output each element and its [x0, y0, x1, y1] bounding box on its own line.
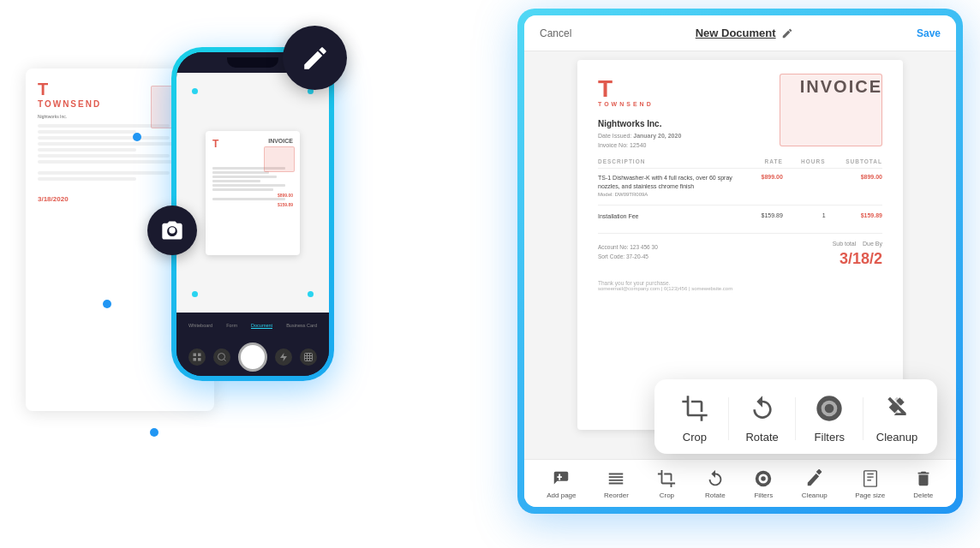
- cleanup-icon: [883, 395, 911, 422]
- popup-rotate[interactable]: Rotate: [732, 393, 792, 444]
- svg-rect-15: [863, 470, 876, 485]
- invoice-table-header: DESCRIPTION RATE HOURS SUBTOTAL: [598, 158, 882, 169]
- popup-menu: Crop Rotate Filters Cleanup: [654, 379, 937, 454]
- tab-business-card[interactable]: Business Card: [286, 323, 317, 328]
- tablet-toolbar: Add page Reorder Crop: [524, 459, 956, 507]
- camera-icon: [160, 218, 184, 242]
- phone-bottom-bar: [176, 338, 329, 376]
- filters-label: Filters: [815, 431, 845, 444]
- decoration-dot-1: [133, 133, 141, 141]
- invoice-address-box: [780, 74, 882, 146]
- pencil-icon: [301, 44, 330, 73]
- save-button[interactable]: Save: [917, 27, 941, 39]
- toolbar-reorder[interactable]: Reorder: [604, 468, 629, 499]
- toolbar-crop[interactable]: Crop: [656, 468, 677, 499]
- phone-tabs: Whiteboard Form Document Business Card: [176, 313, 329, 338]
- phone-gallery-icon[interactable]: [188, 348, 206, 366]
- toolbar-add-page[interactable]: Add page: [547, 468, 576, 499]
- svg-line-5: [224, 359, 226, 360]
- toolbar-rotate[interactable]: Rotate: [705, 468, 726, 499]
- svg-rect-1: [198, 354, 201, 357]
- decoration-dot-2: [103, 300, 111, 308]
- phone-search-icon[interactable]: [213, 348, 230, 366]
- edit-title-icon[interactable]: [781, 27, 793, 39]
- tab-document[interactable]: Document: [251, 323, 272, 329]
- invoice-row-2: Installation Fee $159.89 1 $159.89: [598, 212, 882, 221]
- camera-bubble[interactable]: [147, 206, 197, 255]
- pencil-bubble[interactable]: [283, 26, 347, 90]
- invoice-footer: Account No: 123 456 30 Sort Code: 37-20-…: [598, 233, 882, 291]
- cleanup-label: Cleanup: [876, 431, 917, 444]
- phone-flash-icon[interactable]: [275, 348, 292, 366]
- phone-grid-icon[interactable]: [300, 348, 317, 366]
- svg-point-21: [825, 404, 834, 414]
- scan-corner-br: [308, 291, 314, 297]
- phone-doc-preview: T INVOICE $899.00 $159.89: [206, 131, 300, 255]
- phone-camera-view: T INVOICE $899.00 $159.89: [176, 73, 329, 313]
- scan-corner-tl: [192, 88, 198, 94]
- rotate-label: Rotate: [745, 431, 778, 444]
- document-title: New Document: [696, 27, 793, 39]
- toolbar-page-size[interactable]: Page size: [855, 468, 885, 499]
- rotate-icon: [749, 395, 776, 422]
- svg-point-14: [762, 476, 767, 481]
- svg-rect-2: [194, 358, 197, 361]
- decoration-dot-3: [150, 428, 158, 437]
- invoice-paper: T TOWNSEND INVOICE Nightworks Inc. Date …: [577, 60, 903, 430]
- svg-point-4: [218, 354, 225, 360]
- phone: T INVOICE $899.00 $159.89: [171, 47, 334, 381]
- invoice-row-1: TS-1 Dishwasher-K with 4 full racks, ove…: [598, 174, 882, 198]
- svg-rect-7: [304, 354, 312, 361]
- popup-filters[interactable]: Filters: [799, 393, 859, 444]
- scan-corner-bl: [192, 291, 198, 297]
- filters-icon: [816, 395, 843, 422]
- popup-crop[interactable]: Crop: [665, 393, 725, 444]
- crop-label: Crop: [683, 431, 707, 444]
- tablet-header: Cancel New Document Save: [524, 15, 956, 51]
- toolbar-delete[interactable]: Delete: [913, 468, 934, 499]
- svg-rect-0: [194, 354, 197, 357]
- tab-form[interactable]: Form: [226, 323, 237, 328]
- popup-cleanup[interactable]: Cleanup: [867, 393, 927, 444]
- toolbar-cleanup[interactable]: Cleanup: [802, 468, 828, 499]
- toolbar-filters[interactable]: Filters: [753, 468, 774, 499]
- cancel-button[interactable]: Cancel: [540, 27, 571, 39]
- svg-marker-6: [280, 353, 287, 361]
- phone-notch: [227, 57, 278, 68]
- phone-shutter-button[interactable]: [238, 342, 267, 372]
- svg-rect-3: [198, 358, 201, 361]
- tab-whiteboard[interactable]: Whiteboard: [188, 323, 212, 328]
- crop-icon: [681, 395, 708, 422]
